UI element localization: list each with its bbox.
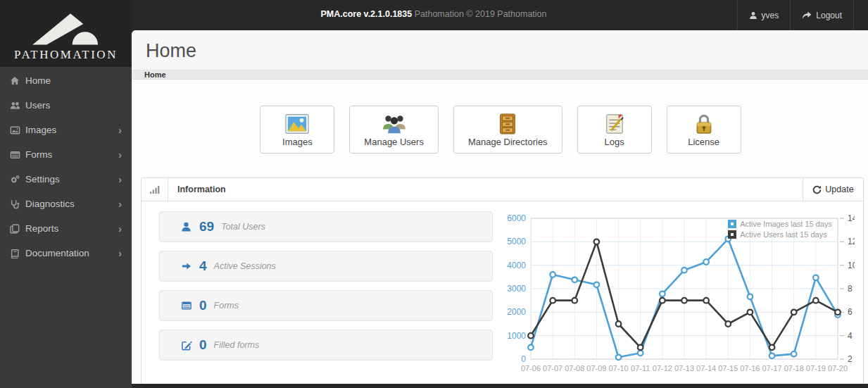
svg-text:07-08: 07-08: [565, 364, 584, 373]
arrow-right-icon: [181, 261, 194, 271]
svg-text:1000: 1000: [507, 331, 526, 341]
stat-label: Forms: [214, 301, 239, 311]
images-picture-icon: [285, 113, 309, 134]
logout-button[interactable]: Logout: [790, 0, 854, 30]
legend-label: Active Images last 15 days: [740, 220, 832, 228]
logs-notepad-icon: [604, 113, 625, 134]
stat-active-sessions: 4 Active Sessions: [159, 251, 493, 282]
svg-text:8: 8: [848, 284, 853, 294]
information-panel: Information Update: [141, 177, 864, 384]
manage-users-button[interactable]: Manage Users: [349, 106, 439, 154]
app-version-strong: PMA.core v.2.1.0.1835: [320, 9, 412, 19]
page-header: Home: [132, 30, 868, 70]
sidebar-item-diagnostics[interactable]: Diagnostics ›: [0, 192, 132, 216]
sidebar-item-label: Home: [25, 75, 122, 86]
svg-text:10: 10: [848, 261, 855, 270]
stat-value: 69: [199, 219, 214, 234]
panel-icon-cell: [141, 178, 168, 201]
svg-text:14: 14: [848, 213, 855, 223]
sidebar-item-label: Settings: [25, 174, 118, 184]
sidebar-item-label: Forms: [25, 149, 118, 160]
sidebar-item-label: Images: [25, 125, 118, 135]
user-icon: [749, 11, 757, 20]
chevron-right-icon: ›: [118, 125, 122, 135]
information-panel-body: 69 Total Users 4 Active Sessions: [141, 201, 863, 384]
svg-text:3000: 3000: [507, 284, 526, 294]
pathomation-logo-icon: [24, 10, 108, 46]
sidebar-item-users[interactable]: Users: [0, 93, 132, 118]
current-user-button[interactable]: yves: [737, 0, 791, 30]
svg-text:07-06: 07-06: [521, 364, 541, 373]
app-root: PATHOMATION Home Users Images ›: [0, 0, 868, 388]
user-icon: [181, 221, 194, 232]
chevron-right-icon: ›: [118, 223, 122, 234]
sidebar: PATHOMATION Home Users Images ›: [0, 0, 132, 388]
svg-text:07-16: 07-16: [740, 364, 760, 373]
action-label: Logs: [605, 137, 624, 147]
users-icon: [10, 101, 25, 111]
stat-value: 0: [199, 337, 207, 353]
sidebar-item-label: Diagnostics: [25, 199, 118, 209]
action-label: License: [688, 137, 719, 147]
sidebar-item-label: Users: [25, 100, 122, 111]
stat-filled-forms: 0 Filled forms: [159, 330, 493, 361]
svg-text:07-15: 07-15: [718, 364, 738, 373]
sidebar-item-settings[interactable]: Settings ›: [0, 167, 132, 192]
action-label: Images: [282, 137, 313, 147]
chevron-right-icon: ›: [118, 248, 122, 258]
svg-text:4: 4: [848, 331, 853, 341]
manage-directories-button[interactable]: Manage Directories: [453, 106, 562, 154]
svg-text:07-10: 07-10: [609, 364, 629, 373]
svg-text:07-12: 07-12: [653, 364, 672, 373]
legend-label: Active Users last 15 days: [740, 230, 827, 239]
stat-forms: 0 Forms: [159, 290, 493, 321]
manage-directories-icon: [498, 113, 517, 134]
panel-title: Information: [168, 184, 226, 194]
legend-swatch-icon: [728, 230, 736, 239]
home-icon: [10, 76, 25, 86]
reports-copy-icon: [10, 224, 25, 234]
forms-icon: [10, 150, 25, 160]
sidebar-item-label: Documentation: [25, 248, 118, 258]
sidebar-item-documentation[interactable]: Documentation ›: [0, 241, 132, 265]
svg-text:07-18: 07-18: [784, 364, 804, 373]
sidebar-item-home[interactable]: Home: [0, 68, 132, 93]
sidebar-item-label: Reports: [25, 223, 118, 234]
page-card: Home Home Images: [132, 30, 868, 384]
brand-logo[interactable]: PATHOMATION: [0, 0, 132, 67]
action-label: Manage Directories: [468, 137, 548, 147]
svg-text:4000: 4000: [507, 261, 526, 270]
brand-name: PATHOMATION: [14, 48, 118, 62]
sidebar-item-reports[interactable]: Reports ›: [0, 216, 132, 241]
manage-users-icon: [382, 113, 407, 134]
svg-text:0: 0: [521, 354, 526, 364]
sidebar-menu: Home Users Images › Forms ›: [0, 67, 132, 265]
chevron-right-icon: ›: [118, 199, 122, 209]
chart-area: 0100020003000400050006000246810121407-06…: [493, 211, 855, 379]
svg-text:6000: 6000: [507, 213, 526, 223]
chevron-right-icon: ›: [118, 149, 122, 160]
sidebar-item-forms[interactable]: Forms ›: [0, 142, 132, 167]
svg-text:2: 2: [848, 354, 853, 364]
form-table-icon: [181, 301, 194, 311]
svg-text:07-20: 07-20: [828, 364, 848, 373]
svg-text:07-09: 07-09: [586, 364, 606, 373]
breadcrumb-home[interactable]: Home: [144, 70, 166, 79]
logout-label: Logout: [816, 11, 842, 20]
license-button[interactable]: License: [667, 106, 741, 154]
svg-text:12: 12: [848, 237, 855, 246]
sidebar-item-images[interactable]: Images ›: [0, 118, 132, 142]
edit-pencil-icon: [181, 340, 194, 351]
topbar-actions: yves Logout: [737, 0, 854, 30]
chevron-right-icon: ›: [118, 174, 122, 184]
settings-gears-icon: [10, 175, 25, 184]
stat-label: Active Sessions: [214, 261, 276, 271]
svg-text:07-19: 07-19: [806, 364, 826, 373]
svg-text:6: 6: [848, 307, 853, 317]
logs-button[interactable]: Logs: [577, 106, 652, 154]
main-column: PMA.core v.2.1.0.1835 Pathomation © 2019…: [132, 0, 868, 388]
images-button[interactable]: Images: [260, 106, 334, 154]
update-button[interactable]: Update: [803, 178, 863, 201]
images-icon: [10, 125, 25, 135]
current-user-label: yves: [762, 11, 779, 20]
